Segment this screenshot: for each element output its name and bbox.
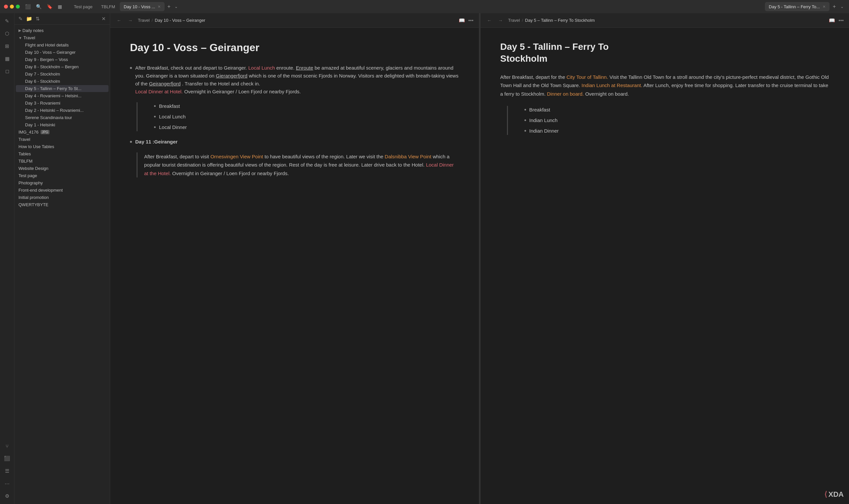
search-icon[interactable]: 🔍 bbox=[36, 4, 41, 9]
tabs-bar: Test page TBLFM Day 10 - Voss ... ✕ + ⌄ … bbox=[70, 2, 845, 11]
sidebar-item-day5[interactable]: Day 5 - Tallinn – Ferry To St... bbox=[16, 85, 109, 92]
sub-bullet-breakfast: Breakfast bbox=[154, 102, 459, 110]
tab-overflow-left[interactable]: ⌄ bbox=[173, 4, 179, 9]
sidebar-item-travel[interactable]: ▼ Travel bbox=[16, 34, 109, 41]
tab-day5[interactable]: Day 5 - Tallinn – Ferry To... ✕ bbox=[765, 2, 830, 11]
tab-day5-close[interactable]: ✕ bbox=[823, 5, 826, 9]
sidebar-item-day6[interactable]: Day 6 - Stockholm bbox=[16, 78, 109, 85]
tree-item-label: Day 9 - Bergen – Voss bbox=[25, 57, 68, 62]
xda-watermark: ⟨ XDA bbox=[824, 490, 844, 499]
tree-item-label: Travel bbox=[23, 35, 35, 40]
sidebar-item-day1[interactable]: Day 1 - Helsinki bbox=[16, 121, 109, 128]
bookmark-icon[interactable]: 🔖 bbox=[47, 4, 52, 9]
sidebar-item-tblfm[interactable]: TBLFM bbox=[16, 158, 109, 165]
book-icon-right[interactable]: 📖 bbox=[829, 17, 835, 23]
tree-item-label: IMG_4176 bbox=[18, 130, 39, 134]
sidebar-item-day7[interactable]: Day 7 - Stockholm bbox=[16, 71, 109, 77]
branch-icon-btn[interactable]: ⑂ bbox=[2, 441, 13, 451]
sidebar-item-initial-promo[interactable]: Initial promotion bbox=[16, 194, 109, 201]
tab-test-page[interactable]: Test page bbox=[70, 2, 96, 11]
day5-sub-bullets: Breakfast Indian Lunch Indian Dinner bbox=[514, 106, 830, 135]
book-icon[interactable]: 📖 bbox=[459, 17, 465, 23]
graph-icon-btn[interactable]: ⬡ bbox=[2, 29, 13, 39]
titlebar-icons: ⬛ 🔍 🔖 ▦ bbox=[25, 4, 62, 9]
traffic-lights bbox=[4, 5, 20, 8]
tab-overflow-right[interactable]: ⌄ bbox=[839, 4, 845, 9]
tab-day10[interactable]: Day 10 - Voss ... ✕ bbox=[120, 2, 165, 11]
sidebar-item-day3[interactable]: Day 3 - Rovaniemi bbox=[16, 100, 109, 107]
sidebar-item-daily-notes[interactable]: ▶ Daily notes bbox=[16, 27, 109, 34]
more-icon-btn[interactable]: ⋯ bbox=[2, 478, 13, 489]
sidebar-item-day10[interactable]: Day 10 - Voss – Geiranger bbox=[16, 49, 109, 56]
breadcrumb-travel[interactable]: Travel bbox=[138, 18, 150, 23]
sidebar-item-day8[interactable]: Day 8 - Stockholm – Bergen bbox=[16, 63, 109, 70]
tree-item-label: How to Use Tables bbox=[18, 144, 54, 149]
tab-add-left[interactable]: + bbox=[165, 4, 172, 10]
tab-day10-label: Day 10 - Voss ... bbox=[124, 4, 155, 9]
new-note-icon[interactable]: ✎ bbox=[18, 16, 23, 22]
back-btn-right[interactable]: ← bbox=[486, 17, 493, 24]
sort-icon[interactable]: ⇅ bbox=[36, 16, 40, 22]
sidebar-item-tables[interactable]: Tables bbox=[16, 150, 109, 157]
ornesvingen-link: Ornesvingen View Point bbox=[211, 154, 263, 159]
sidebar-item-day2[interactable]: Day 2 - Helsinki – Rovaniemi... bbox=[16, 107, 109, 114]
settings-icon-btn[interactable]: ⚙ bbox=[2, 491, 13, 501]
day5-meals-section: Breakfast Indian Lunch Indian Dinner bbox=[507, 106, 830, 135]
sidebar-item-photography[interactable]: Photography bbox=[16, 179, 109, 186]
sidebar-item-img[interactable]: IMG_4176 JPG bbox=[16, 129, 109, 136]
list-icon-btn[interactable]: ☰ bbox=[2, 466, 13, 476]
sidebar-toggle-icon[interactable]: ⬛ bbox=[25, 4, 31, 9]
bell-icon-btn[interactable]: ◻ bbox=[2, 66, 13, 76]
more-options-icon[interactable]: ••• bbox=[468, 17, 474, 23]
sub-dot-icon bbox=[524, 120, 526, 121]
sidebar-item-frontend[interactable]: Front-end development bbox=[16, 187, 109, 194]
calendar-icon-btn[interactable]: ▦ bbox=[2, 53, 13, 64]
tree-item-label: Initial promotion bbox=[18, 195, 49, 200]
sidebar-item-day9[interactable]: Day 9 - Bergen – Voss bbox=[16, 56, 109, 63]
maximize-traffic-light[interactable] bbox=[16, 5, 20, 8]
sidebar-item-qwertybyte[interactable]: QWERTYBYTE bbox=[16, 201, 109, 208]
bullet-section-1: After Breakfast, check out and depart to… bbox=[130, 64, 459, 96]
sidebar-item-test-page[interactable]: Test page bbox=[16, 172, 109, 179]
editor-pane-left: ← → Travel / Day 10 - Voss – Geiranger 📖… bbox=[110, 13, 479, 504]
back-btn-left[interactable]: ← bbox=[115, 17, 123, 24]
more-options-icon-right[interactable]: ••• bbox=[838, 17, 844, 23]
indian-lunch-highlight: Indian Lunch at Restaurant. bbox=[581, 83, 642, 88]
blocks-icon-btn[interactable]: ⬛ bbox=[2, 453, 13, 464]
tree-item-label: Website Design bbox=[18, 166, 49, 171]
icon-sidebar: ✎ ⬡ ⊞ ▦ ◻ ⑂ ⬛ ☰ ⋯ ⚙ bbox=[0, 13, 15, 504]
sidebar-item-website-design[interactable]: Website Design bbox=[16, 165, 109, 172]
open-folder-icon[interactable]: 📁 bbox=[26, 16, 32, 22]
sub-bullet-local-dinner: Local Dinner bbox=[154, 123, 459, 131]
sidebar-item-travel2[interactable]: Travel bbox=[16, 136, 109, 143]
forward-btn-left[interactable]: → bbox=[127, 17, 134, 24]
minimize-traffic-light[interactable] bbox=[10, 5, 14, 8]
forward-btn-right[interactable]: → bbox=[497, 17, 504, 24]
tab-test-label: Test page bbox=[74, 4, 92, 9]
tab-day5-label: Day 5 - Tallinn – Ferry To... bbox=[769, 4, 820, 9]
sidebar-item-flight-hotel[interactable]: Flight and Hotel details bbox=[16, 41, 109, 49]
breadcrumb-travel-right[interactable]: Travel bbox=[508, 18, 520, 23]
dinner-onboard-highlight: Dinner on board. bbox=[547, 91, 584, 97]
tab-tblfm-label: TBLFM bbox=[101, 4, 115, 9]
breadcrumb-sep-right: / bbox=[522, 18, 523, 23]
editor-content-left: Day 10 - Voss – Geiranger After Breakfas… bbox=[110, 28, 479, 504]
tab-tblfm[interactable]: TBLFM bbox=[97, 2, 119, 11]
bullet-text-1: After Breakfast, check out and depart to… bbox=[135, 64, 459, 96]
close-sidebar-icon[interactable]: ✕ bbox=[102, 16, 106, 22]
sidebar-item-day4[interactable]: Day 4 - Rovaniemi – Helsini... bbox=[16, 92, 109, 99]
tree-item-label: Day 5 - Tallinn – Ferry To St... bbox=[25, 86, 82, 91]
pane-header-right: ← → Travel / Day 5 – Tallinn – Ferry To … bbox=[481, 13, 849, 28]
compose-icon-btn[interactable]: ✎ bbox=[2, 16, 13, 26]
editor-content-right: Day 5 - Tallinn – Ferry To Stockholm Aft… bbox=[481, 28, 849, 504]
sidebar-item-how-to-tables[interactable]: How to Use Tables bbox=[16, 143, 109, 150]
tab-add-right[interactable]: + bbox=[831, 4, 838, 10]
pane-header-actions-right: 📖 ••• bbox=[829, 17, 844, 23]
tree-item-label: Travel bbox=[18, 137, 30, 142]
layout-icon[interactable]: ▦ bbox=[58, 4, 62, 9]
tree-item-label: Tables bbox=[18, 151, 31, 156]
tab-day10-close[interactable]: ✕ bbox=[158, 5, 161, 9]
close-traffic-light[interactable] bbox=[4, 5, 8, 8]
sidebar-item-serene[interactable]: Serene Scandinavia tour bbox=[16, 114, 109, 121]
grid-icon-btn[interactable]: ⊞ bbox=[2, 41, 13, 52]
